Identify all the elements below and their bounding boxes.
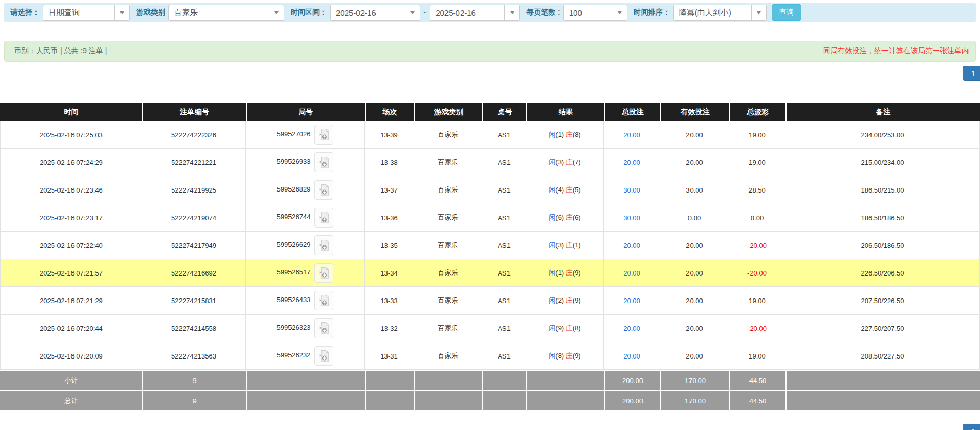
cell-session: 13-31 [365,342,414,370]
cell-payout: -20.00 [729,259,785,287]
game-type-dropdown[interactable]: 百家乐 [168,5,284,21]
video-replay-button[interactable] [314,208,333,228]
result-player-label: 闲 [549,269,555,277]
footer-empty [482,391,526,410]
cell-session: 13-33 [365,287,414,315]
same-round-notice-text: 同局有效投注，统一计算在该局第一张注单内 [823,46,969,56]
total-bet-link[interactable]: 30.00 [623,214,640,222]
video-replay-button[interactable] [314,263,333,283]
table-row[interactable]: 2025-02-16 07:22:40522274217949599526629… [0,232,980,259]
column-header: 结果 [526,103,604,121]
video-replay-button[interactable] [314,125,333,145]
result-player-label: 闲 [549,213,555,221]
search-button[interactable]: 查询 [772,4,801,21]
bet-records-table: 时间注单编号局号场次游戏类别桌号结果总投注有效投注总派彩备注 2025-02-1… [0,103,980,410]
cell-valid-bet: 20.00 [660,342,729,370]
total-bet-link[interactable]: 20.00 [623,159,640,166]
total-bet-link[interactable]: 20.00 [623,269,640,277]
cell-bet-id: 522274215831 [142,287,246,315]
chevron-down-icon [751,5,766,20]
video-replay-button[interactable] [314,291,333,310]
footer-payout: 44.50 [729,370,785,391]
total-bet-link[interactable]: 30.00 [623,186,640,194]
game-type-value: 百家乐 [169,8,198,18]
cell-valid-bet: 20.00 [660,315,729,342]
video-file-icon [318,156,330,169]
cell-time: 2025-02-16 07:20:09 [0,342,142,370]
cell-valid-bet: 20.00 [660,259,729,287]
round-id-text: 599526433 [276,296,310,304]
cell-time: 2025-02-16 07:25:03 [0,121,142,149]
column-header: 总派彩 [729,103,785,121]
total-bet-link[interactable]: 20.00 [623,352,640,360]
cell-time: 2025-02-16 07:23:46 [0,176,142,204]
video-replay-button[interactable] [314,180,333,200]
table-row[interactable]: 2025-02-16 07:24:29522274221221599526933… [0,149,980,176]
page-size-value: 100 [564,8,582,17]
table-row[interactable]: 2025-02-16 07:21:57522274216692599526517… [0,259,980,287]
footer-empty [526,370,604,391]
result-banker-label: 庄 [566,186,573,194]
date-from-dropdown[interactable]: 2025-02-16 [330,5,420,21]
cell-total-bet: 20.00 [604,121,660,149]
table-row[interactable]: 2025-02-16 07:20:44522274214558599526323… [0,315,980,342]
cell-game-type: 百家乐 [414,342,482,370]
round-id-text: 599526629 [276,241,310,248]
page-button-top[interactable]: 1 [963,66,980,81]
page-button-bottom[interactable]: 1 [963,424,980,430]
footer-empty [526,391,604,410]
cell-bet-id: 522274214558 [142,315,246,342]
cell-valid-bet: 30.00 [660,176,729,204]
total-bet-link[interactable]: 20.00 [623,325,640,332]
column-header: 总投注 [604,103,660,121]
cell-game-type: 百家乐 [414,204,482,232]
video-replay-button[interactable] [314,346,333,366]
page-size-dropdown[interactable]: 100 [563,5,627,21]
table-row[interactable]: 2025-02-16 07:23:17522274219074599526744… [0,204,980,232]
total-bet-link[interactable]: 20.00 [623,242,640,249]
column-header: 场次 [365,103,414,121]
chevron-down-icon [504,5,519,20]
game-type-label: 游戏类别 [136,8,165,17]
cell-result: 闲(1) 庄(9) [526,259,604,287]
cell-result: 闲(8) 庄(9) [526,342,604,370]
column-header: 注单编号 [142,103,246,121]
round-id-text: 599526517 [276,268,310,276]
sort-order-dropdown[interactable]: 降冪(由大到小) [673,5,767,21]
cell-total-bet: 20.00 [604,259,660,287]
currency-total-text: 币别：人民币 | 总共 :9 注单 | [14,46,107,56]
round-id-text: 599526323 [276,324,310,331]
cell-time: 2025-02-16 07:22:40 [0,232,142,259]
result-player-label: 闲 [549,241,555,249]
summary-bar: 币别：人民币 | 总共 :9 注单 | 同局有效投注，统一计算在该局第一张注单内 [4,41,976,62]
round-id-text: 599526232 [276,351,310,359]
video-replay-button[interactable] [314,318,333,338]
total-bet-link[interactable]: 20.00 [623,131,640,139]
table-row[interactable]: 2025-02-16 07:23:46522274219925599526829… [0,176,980,204]
footer-total-bet: 200.00 [604,370,660,391]
video-replay-button[interactable] [314,235,333,255]
table-row[interactable]: 2025-02-16 07:21:29522274215831599526433… [0,287,980,315]
table-row[interactable]: 2025-02-16 07:25:03522274222326599527026… [0,121,980,149]
cell-payout: -20.00 [729,232,785,259]
chevron-down-icon [405,5,420,20]
result-banker-score: (8) [573,324,581,332]
cell-round-id: 599526629 [246,232,365,259]
cell-result: 闲(1) 庄(8) [526,121,604,149]
cell-total-bet: 30.00 [604,204,660,232]
video-replay-button[interactable] [314,152,333,172]
cell-time: 2025-02-16 07:23:17 [0,204,142,232]
cell-result: 闲(4) 庄(5) [526,176,604,204]
table-row[interactable]: 2025-02-16 07:20:09522274213563599526232… [0,342,980,370]
cell-result: 闲(2) 庄(9) [526,287,604,315]
cell-note: 186.50/186.50 [785,204,980,232]
select-type-dropdown[interactable]: 日期查询 [43,5,130,21]
cell-table-no: AS1 [482,259,526,287]
column-header: 游戏类别 [414,103,482,121]
total-bet-link[interactable]: 20.00 [623,297,640,305]
cell-valid-bet: 20.00 [660,287,729,315]
date-to-dropdown[interactable]: 2025-02-16 [430,5,520,21]
select-type-label: 请选择： [10,8,40,17]
result-banker-score: (7) [573,158,581,166]
cell-bet-id: 522274217949 [142,232,246,259]
